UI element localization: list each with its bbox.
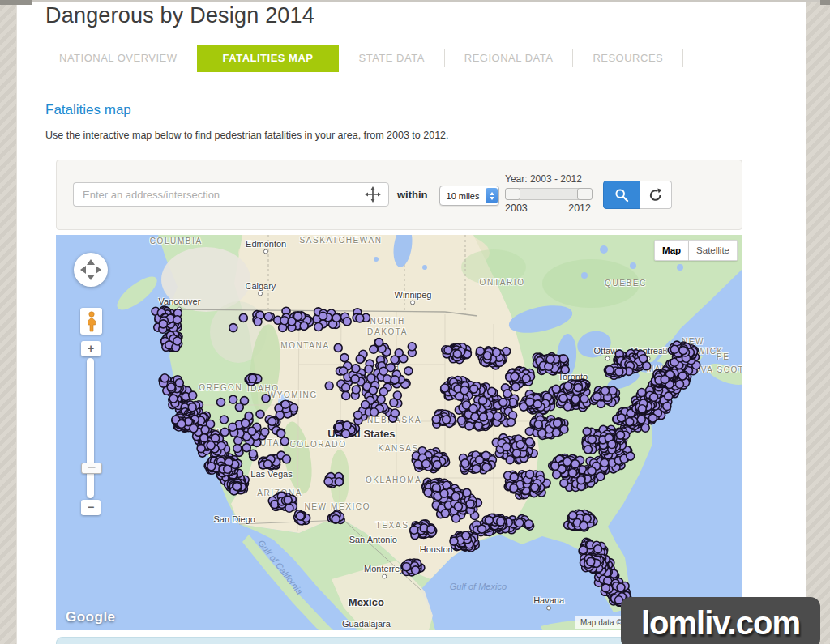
within-label: within (397, 189, 428, 201)
zoom-slider-handle[interactable]: — (81, 463, 102, 474)
zoom-slider-track[interactable] (87, 358, 94, 498)
refresh-button[interactable] (640, 181, 672, 209)
map-type-map-button[interactable]: Map (654, 240, 689, 261)
address-input[interactable] (73, 182, 366, 207)
watermark-text: lomliv.com (641, 605, 800, 642)
scrollbar-artifact-right (820, 0, 830, 5)
page-content: Dangerous by Design 2014 NATIONAL OVERVI… (16, 0, 806, 644)
select-stepper-icon (486, 188, 498, 203)
google-logo: Google (66, 609, 116, 625)
tab-national-overview[interactable]: NATIONAL OVERVIEW (40, 45, 197, 72)
tab-resources[interactable]: RESOURCES (573, 45, 682, 72)
zoom-out-button[interactable]: − (81, 500, 101, 515)
search-button[interactable] (603, 181, 640, 209)
street-view-pegman[interactable] (80, 308, 102, 335)
year-slider-handle-start[interactable] (505, 188, 520, 200)
radius-value: 10 miles (440, 191, 486, 201)
pan-arrows-icon (74, 253, 108, 287)
year-range-label: Year: 2003 - 2012 (505, 173, 582, 185)
year-slider-scale: 2003 2012 (505, 203, 591, 214)
locate-button[interactable] (357, 182, 389, 207)
map-pan-control[interactable] (74, 253, 108, 287)
tab-fatalities-map[interactable]: FATALITIES MAP (197, 45, 340, 72)
year-max: 2012 (568, 203, 591, 214)
year-slider-handle-end[interactable] (577, 188, 593, 200)
fatality-dots-layer (56, 235, 742, 630)
page-title: Dangerous by Design 2014 (45, 3, 314, 28)
pegman-icon (86, 311, 97, 332)
fatalities-map[interactable]: COLUMBIAEdmontonSASKATCHEWANCalgaryVanco… (56, 235, 742, 630)
browser-top-line (0, 0, 830, 2)
year-range-slider[interactable] (505, 188, 593, 200)
screenshot-root: { "page": { "title": "Dangerous by Desig… (0, 0, 830, 644)
zoom-in-button[interactable]: + (81, 341, 101, 356)
search-icon (614, 188, 629, 203)
tab-bar: NATIONAL OVERVIEWFATALITIES MAPSTATE DAT… (40, 45, 683, 72)
radius-select[interactable]: 10 miles (439, 186, 499, 206)
map-type-satellite-button[interactable]: Satellite (689, 240, 738, 261)
section-heading: Fatalities map (45, 102, 131, 118)
search-control-panel: within 10 miles Year: 2003 - 2012 2003 2… (56, 160, 742, 230)
section-description: Use the interactive map below to find pe… (45, 130, 449, 141)
tab-state-data[interactable]: STATE DATA (339, 45, 443, 72)
tab-separator (682, 49, 683, 67)
scrollbar-artifact-left (0, 0, 32, 5)
refresh-icon (648, 188, 663, 203)
watermark-badge: lomliv.com (621, 597, 820, 644)
year-min: 2003 (505, 203, 528, 214)
tab-regional-data[interactable]: REGIONAL DATA (445, 45, 573, 72)
crosshair-icon (365, 186, 381, 203)
